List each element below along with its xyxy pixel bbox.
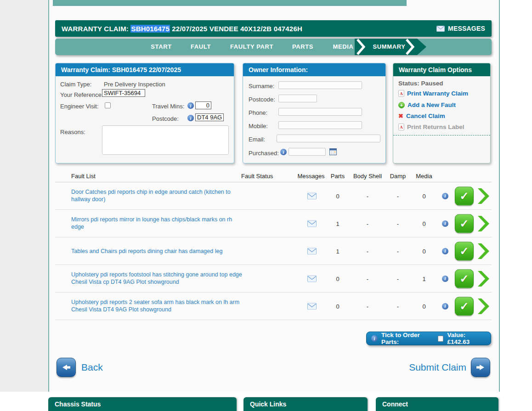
reasons-textarea[interactable]	[102, 125, 229, 155]
claim-title-suffix: 22/07/2025 VENDEE 40X12/2B 047426H	[170, 25, 302, 33]
tab-faulty-part[interactable]: FAULTY PART	[230, 39, 273, 55]
tab-summary-arrow-tip	[417, 39, 426, 55]
fault-complete-button[interactable]: ✓	[455, 242, 474, 260]
claim-header-bar: WARRANTY CLAIM: SBH016475 22/07/2025 VEN…	[55, 20, 492, 37]
surname-input	[278, 81, 362, 89]
column-body-shell: Body Shell	[351, 173, 384, 180]
fault-open-arrow[interactable]	[476, 298, 490, 315]
fault-open-arrow[interactable]	[476, 187, 490, 205]
postcode-info-icon[interactable]: i	[187, 115, 194, 121]
fault-messages-icon[interactable]	[307, 275, 317, 282]
top-teal-strip	[53, 0, 407, 6]
your-reference-input[interactable]	[102, 89, 145, 97]
claim-header-title: WARRANTY CLAIM: SBH016475 22/07/2025 VEN…	[62, 25, 302, 33]
column-damp: Damp	[384, 173, 412, 180]
fault-open-arrow[interactable]	[476, 270, 490, 287]
order-parts-checkbox[interactable]	[438, 336, 443, 342]
claim-type-value: Pre Delivery Inspection	[104, 81, 165, 88]
purchased-date-input	[289, 148, 326, 156]
page-left-gutter	[0, 0, 48, 392]
fault-description-link[interactable]: Door Catches pdi reports chip in edge ar…	[71, 188, 264, 204]
phone-input	[278, 108, 362, 116]
tab-media[interactable]: MEDIA	[333, 39, 354, 55]
fault-messages-icon[interactable]	[307, 303, 317, 310]
fault-row: Upholstery pdi reports 2 seater sofa arm…	[55, 293, 492, 320]
fault-info-icon[interactable]: i	[442, 193, 448, 199]
fault-info-icon[interactable]: i	[442, 248, 448, 254]
warranty-claim-page: WARRANTY CLAIM: SBH016475 22/07/2025 VEN…	[0, 0, 532, 411]
engineer-visit-label: Engineer Visit:	[60, 103, 99, 110]
fault-table-header: Fault List Fault Status Messages Parts B…	[55, 170, 492, 182]
damp-value: -	[384, 275, 412, 282]
travel-mins-info-icon[interactable]: i	[187, 102, 194, 109]
travel-mins-input[interactable]	[195, 101, 211, 109]
fault-row: Upholstery pdi reports footstool has sti…	[55, 265, 492, 293]
tab-start[interactable]: START	[151, 39, 171, 55]
fault-complete-button[interactable]: ✓	[455, 186, 474, 205]
travel-mins-label: Travel Mins:	[152, 103, 184, 110]
cancel-claim-label: Cancel Claim	[406, 113, 445, 119]
parts-count: 1	[326, 220, 349, 227]
fault-complete-button[interactable]: ✓	[455, 269, 474, 288]
fault-messages-icon[interactable]	[307, 248, 317, 254]
submit-claim-button[interactable]	[471, 358, 490, 377]
media-count: 1	[410, 275, 438, 282]
owner-postcode-label: Postcode:	[249, 96, 275, 103]
your-reference-label: Your Reference:	[60, 91, 103, 98]
parts-count: 0	[326, 192, 349, 199]
back-label[interactable]: Back	[81, 362, 103, 373]
fault-messages-icon[interactable]	[307, 220, 317, 227]
claim-postcode-input[interactable]	[195, 113, 224, 121]
chevron-separator-icon	[356, 39, 366, 55]
fault-complete-button[interactable]: ✓	[455, 214, 474, 233]
surname-label: Surname:	[249, 83, 274, 90]
claim-title-prefix: WARRANTY CLAIM:	[62, 25, 130, 33]
engineer-visit-checkbox[interactable]	[105, 102, 111, 108]
claim-type-label: Claim Type:	[60, 81, 91, 88]
fault-complete-button[interactable]: ✓	[455, 297, 474, 315]
owner-information-panel: Owner Information: Surname: Postcode: Ph…	[243, 63, 386, 163]
tab-fault[interactable]: FAULT	[191, 39, 211, 55]
fault-open-arrow[interactable]	[476, 242, 490, 260]
warranty-claim-options-title: Warranty Claim Options	[393, 63, 490, 76]
messages-label: MESSAGES	[448, 25, 485, 32]
fault-info-icon[interactable]: i	[442, 220, 448, 227]
pdf-icon: A	[398, 124, 404, 130]
print-warranty-claim-link[interactable]: A Print Warranty Claim	[398, 90, 468, 97]
tab-parts[interactable]: PARTS	[292, 39, 313, 55]
fault-description-link[interactable]: Tables and Chairs pdi reports dining cha…	[71, 247, 264, 255]
parts-count: 0	[326, 275, 349, 282]
cancel-claim-link[interactable]: ✖ Cancel Claim	[398, 113, 445, 119]
tab-summary[interactable]: SUMMARY	[373, 39, 406, 55]
fault-description-link[interactable]: Upholstery pdi reports footstool has sti…	[71, 271, 264, 287]
column-fault-status: Fault Status	[241, 173, 273, 180]
messages-button[interactable]: MESSAGES	[436, 25, 485, 32]
purchased-info-icon[interactable]: i	[280, 149, 287, 155]
order-parts-value: Value: £142.63	[447, 332, 486, 345]
body-shell-value: -	[351, 275, 384, 282]
parts-count: 0	[326, 303, 349, 310]
damp-value: -	[384, 303, 412, 310]
cancel-icon: ✖	[398, 113, 403, 119]
postcode-label: Postcode:	[152, 115, 179, 122]
damp-value: -	[384, 220, 412, 227]
claim-number-selected: SBH016475	[130, 25, 170, 33]
fault-messages-icon[interactable]	[307, 192, 317, 199]
fault-info-icon[interactable]: i	[442, 303, 448, 310]
fault-description-link[interactable]: Mirrors pdi reports mirror in lounge has…	[71, 216, 264, 231]
back-button[interactable]	[57, 358, 76, 377]
add-icon: +	[398, 102, 405, 108]
order-parts-info-icon[interactable]: i	[371, 335, 378, 342]
calendar-icon[interactable]	[329, 148, 337, 155]
parts-count: 1	[326, 248, 349, 254]
submit-claim-label[interactable]: Submit Claim	[386, 362, 466, 373]
fault-description-link[interactable]: Upholstery pdi reports 2 seater sofa arm…	[71, 298, 264, 314]
footer-connect-header: Connect	[376, 397, 498, 411]
fault-open-arrow[interactable]	[476, 215, 490, 232]
arrow-left-icon	[61, 362, 72, 373]
status-badge: Status: Paused	[398, 80, 443, 87]
owner-information-panel-title: Owner Information:	[243, 63, 385, 76]
order-parts-label: Tick to Order Parts:	[381, 332, 434, 345]
add-new-fault-link[interactable]: + Add a New Fault	[398, 101, 456, 108]
fault-info-icon[interactable]: i	[442, 276, 448, 282]
